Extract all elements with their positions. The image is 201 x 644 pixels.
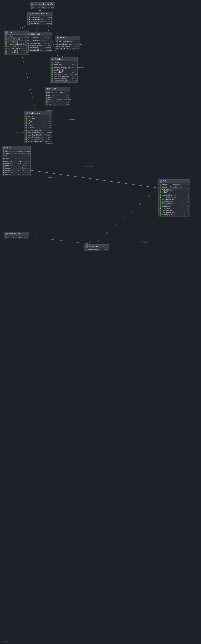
vis-icon: + — [28, 49, 29, 51]
vis-icon: + — [29, 23, 31, 25]
vis-icon: + — [3, 169, 5, 171]
field-index-xfac: - index int — [4, 35, 29, 37]
label-create-3: «create» — [46, 110, 53, 112]
svg-line-9 — [23, 169, 158, 188]
vis-icon: + — [51, 69, 53, 71]
class-header-derivable: A «interface» Derivable — [30, 2, 55, 6]
vis-icon: - — [51, 64, 53, 66]
class-poly: C Poly - terms ArrayList<Term> - stack A… — [158, 179, 190, 216]
vis-icon: + — [5, 50, 7, 52]
vis-icon: + — [56, 40, 58, 42]
class-type-icon-facfactory: C — [26, 112, 28, 114]
method-derivative-cosfac: + derivative() String — [45, 101, 70, 103]
vis-icon: + — [46, 99, 48, 101]
class-type-icon-derivation: C — [5, 233, 8, 235]
vis-icon: + — [46, 101, 48, 103]
class-type-icon-constant: C — [28, 33, 30, 36]
vis-icon: + — [3, 160, 5, 162]
field-basePoly-trigfac: - basePoly Poly — [50, 64, 77, 66]
field-CONSTANT-facfactory: ~ CONSTANT String — [25, 118, 52, 120]
constructors-section-xfac: + XFac(String) — [4, 38, 29, 40]
constructor-cosfac: + CosFac(String) — [45, 91, 70, 94]
class-xfac: C XFac - index int + XFac(String) + getI… — [4, 30, 29, 54]
methods-section-poly: + setStack(String) void + checkOp(String… — [158, 194, 189, 216]
fields-section-facfactory: ~ INDEX String ~ CONSTANT String ~ xFac … — [25, 115, 52, 129]
method-equals-sinfac: + equals(Object) boolean — [55, 43, 80, 45]
method-addFac-facfactory: + addFac(String) Factor — [25, 130, 52, 132]
method-derivative-sinfac: + derivative() String — [55, 45, 80, 48]
method-derivative-xfac: + derivative() String — [4, 48, 29, 50]
class-header-trigfac: A TrigFac — [50, 57, 77, 61]
class-type-icon-factor: A — [29, 12, 31, 15]
class-name-xfac: XFac — [9, 32, 13, 34]
vis-icon: + — [28, 40, 29, 42]
method-toString-cosfac: + toString() String — [45, 103, 70, 105]
methods-section-term: + setStack(String) void + AddFactor(Fact… — [2, 160, 31, 176]
vis-icon: + — [5, 43, 7, 45]
constructor-constant: + Constant(String) — [27, 40, 52, 42]
method-setStack-poly: + setStack(String) void — [158, 194, 189, 196]
fields-section-poly: - terms ArrayList<Term> - stack ArrayLis… — [158, 184, 189, 188]
method-main-mainclass: + main(String[]) void — [85, 249, 109, 251]
svg-line-12 — [94, 181, 166, 244]
field-index-trigfac: - index int — [50, 62, 77, 64]
vis-icon: + — [25, 138, 27, 140]
vis-icon: ~ — [25, 120, 27, 122]
method-getDerivation-term: + getDerivation() String — [2, 169, 31, 172]
vis-icon: + — [159, 191, 161, 193]
method-toString-constant: + toString() String — [27, 47, 52, 49]
vis-icon: + — [46, 92, 48, 93]
method-derivative-constant: + derivative() String — [27, 42, 52, 45]
vis-icon: + — [159, 194, 161, 196]
vis-icon: + — [51, 76, 53, 78]
vis-icon: + — [159, 208, 161, 209]
vis-icon: ~ — [25, 118, 27, 120]
method-getPoly-cosfac: + getPoly() Poly — [45, 96, 70, 99]
vis-icon: + — [159, 189, 161, 191]
vis-icon: - — [51, 62, 53, 64]
vis-icon: + — [5, 48, 7, 50]
class-name-constant: Constant — [31, 33, 40, 35]
vis-icon: + — [159, 201, 161, 203]
class-header-poly: C Poly — [158, 180, 189, 184]
method-getFactors-term: + getFactors(int) Factor — [2, 165, 31, 167]
vis-icon: - — [3, 152, 5, 154]
class-name-mainclass: MainClass — [89, 245, 99, 248]
field-cosFac-facfactory: ~ cosFac String — [25, 124, 52, 126]
constructor-sinfac: + SinFac(String) — [55, 40, 80, 42]
method-derivative: + derivative() Object — [30, 7, 55, 9]
method-setBasePoly-trigfac: + setBasePoly(Poly) void — [50, 80, 77, 82]
method-derivative-term: + derivative(int) String — [2, 174, 31, 176]
label-create-9: «create» — [141, 241, 149, 243]
vis-icon: + — [28, 42, 29, 44]
class-header-cosfac: C CosFac — [45, 87, 70, 91]
class-header-derivation: C Derivation — [4, 232, 29, 236]
class-header-mainclass: C MainClass — [85, 244, 109, 248]
vis-icon: ~ — [25, 122, 27, 124]
vis-icon: + — [25, 136, 27, 138]
vis-icon: + — [51, 67, 53, 69]
method-error: + Error(boolean) void — [28, 18, 53, 20]
stereotype-factor: «abstract» — [32, 13, 41, 14]
vis-icon: + — [29, 18, 31, 20]
method-hashCode-xfac: + hashCode() int — [4, 52, 29, 54]
vis-icon: + — [3, 165, 5, 167]
class-type-icon-xfac: C — [5, 31, 8, 34]
vis-icon: + — [85, 249, 87, 251]
class-type-icon: A — [31, 3, 33, 6]
methods-section-constant: + derivative() String + multiply(Factor)… — [27, 42, 52, 52]
footer-text: Powered by yFiles — [2, 641, 18, 642]
class-constant: C Constant - constant String + Constant(… — [26, 32, 52, 52]
method-addConst-facfactory: + addConst(String) Factor — [25, 132, 52, 134]
vis-icon: + — [51, 78, 53, 80]
constructor-poly: + Poly() — [158, 191, 189, 193]
vis-icon: + — [56, 43, 58, 45]
class-type-icon-trigfac: A — [52, 58, 54, 60]
method-derivative-poly: + derivative() String — [158, 210, 189, 212]
method-multiply-trigfac: + multiply(Factor) void — [50, 76, 77, 78]
vis-icon: + — [46, 103, 48, 105]
field-op-term: - op String — [2, 154, 31, 157]
method-setIndex-trigfac: + setIndex(int) void — [50, 78, 77, 80]
method-getPoly-trigfac: + getPoly() Poly — [50, 71, 77, 73]
class-name-facfactory: FacFactory — [29, 112, 40, 114]
